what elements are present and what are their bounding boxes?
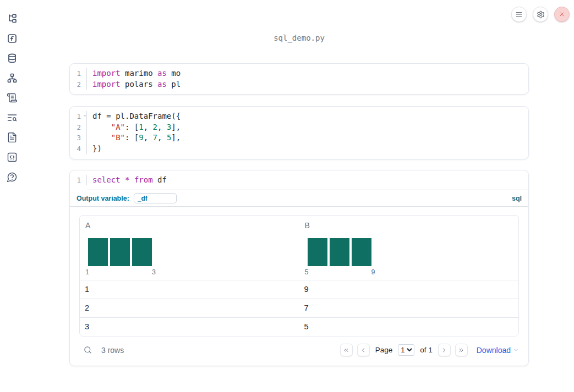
column-histogram — [308, 238, 371, 266]
code-editor[interactable]: 1⌄df = pl.DataFrame({2 "A": [1, 2, 3],3 … — [70, 107, 528, 158]
code-editor[interactable]: 1import marimo as mo2import polars as pl — [70, 64, 528, 94]
histogram-min-label: 5 — [305, 268, 309, 276]
notebook-main: sql_demo.py 1import marimo as mo2import … — [24, 0, 574, 392]
previous-page-button[interactable] — [357, 344, 370, 356]
help-chat-icon[interactable] — [2, 167, 22, 187]
table-header: A 1 3 B 5 9 — [80, 216, 518, 280]
histogram-max-label: 3 — [152, 268, 156, 276]
histogram-axis-labels: 5 9 — [305, 268, 375, 276]
sql-cell[interactable]: 1select * from df Output variable: sql A — [69, 170, 529, 367]
notebook-filename: sql_demo.py — [69, 0, 529, 42]
table-cell: 9 — [299, 280, 519, 299]
row-count: 3 rows — [101, 346, 124, 355]
histogram-bar[interactable] — [132, 238, 152, 266]
line-number: 3 — [70, 132, 87, 143]
variables-icon[interactable] — [2, 29, 22, 48]
language-badge: sql — [512, 195, 522, 202]
line-number: 2 — [70, 79, 87, 90]
code-text: }) — [87, 143, 102, 154]
first-page-button[interactable] — [340, 344, 353, 356]
histogram-bar[interactable] — [330, 238, 349, 266]
logs-search-icon[interactable] — [2, 108, 22, 128]
table-cell: 1 — [80, 280, 299, 299]
line-number: 1 — [70, 175, 87, 186]
download-button[interactable]: Download — [477, 346, 519, 355]
scratchpad-scroll-icon[interactable] — [2, 88, 22, 108]
code-text: import marimo as mo — [87, 68, 181, 79]
table-cell: 2 — [80, 299, 299, 317]
table-row[interactable]: 19 — [80, 280, 518, 299]
table-footer: 3 rows Page — [79, 340, 519, 360]
chevron-right-icon — [441, 347, 447, 354]
table-cell: 5 — [299, 318, 519, 336]
code-line[interactable]: 3 "B": [9, 7, 5], — [70, 132, 528, 143]
download-label: Download — [477, 346, 511, 355]
line-number: 4 — [70, 143, 87, 154]
code-cell-dataframe[interactable]: 1⌄df = pl.DataFrame({2 "A": [1, 2, 3],3 … — [69, 106, 529, 159]
helper-sidebar — [0, 0, 24, 392]
histogram-bar[interactable] — [352, 238, 371, 266]
chevron-left-icon — [360, 347, 367, 354]
code-line[interactable]: 1import marimo as mo — [70, 68, 528, 79]
code-text: import polars as pl — [87, 79, 181, 90]
histogram-bar[interactable] — [88, 238, 108, 266]
output-variable-row: Output variable: sql — [70, 190, 528, 207]
output-variable-input[interactable] — [134, 193, 177, 203]
histogram-axis-labels: 1 3 — [85, 268, 156, 276]
code-text: df = pl.DataFrame({ — [87, 111, 181, 122]
code-text: "A": [1, 2, 3], — [87, 122, 181, 133]
code-text: "B": [9, 7, 5], — [87, 132, 181, 143]
snippets-icon[interactable] — [2, 147, 22, 167]
search-icon — [83, 345, 92, 355]
chevrons-left-icon — [343, 347, 349, 354]
table-row[interactable]: 27 — [80, 299, 518, 317]
code-line[interactable]: 4}) — [70, 143, 528, 154]
table-row[interactable]: 35 — [80, 317, 518, 336]
table-body: 192735 — [80, 280, 518, 336]
code-line[interactable]: 2 "A": [1, 2, 3], — [70, 122, 528, 133]
column-header-b[interactable]: B 5 9 — [299, 216, 519, 280]
code-line[interactable]: 1select * from df — [70, 175, 528, 186]
code-line[interactable]: 1⌄df = pl.DataFrame({ — [70, 111, 528, 122]
histogram-max-label: 9 — [371, 268, 375, 276]
column-header-a[interactable]: A 1 3 — [80, 216, 299, 280]
pagination: Page 1 of 1 — [340, 344, 519, 356]
histogram-bar[interactable] — [308, 238, 327, 266]
code-text: select * from df — [87, 175, 167, 186]
page-select[interactable]: 1 — [398, 344, 414, 356]
last-page-button[interactable] — [455, 344, 468, 356]
page-label: Page — [375, 346, 393, 354]
column-name: A — [85, 220, 294, 231]
cell-output: A 1 3 B 5 9 — [70, 207, 528, 366]
line-number: 2 — [70, 122, 87, 133]
line-number: 1⌄ — [70, 111, 87, 122]
column-histogram — [88, 238, 152, 266]
datasources-icon[interactable] — [2, 48, 22, 68]
dataframe-table: A 1 3 B 5 9 — [79, 215, 519, 336]
next-page-button[interactable] — [438, 344, 451, 356]
documentation-icon[interactable] — [2, 128, 22, 147]
search-button[interactable] — [83, 345, 92, 355]
page-total-label: of 1 — [420, 346, 433, 354]
dependency-graph-icon[interactable] — [2, 68, 22, 88]
histogram-bar[interactable] — [110, 238, 130, 266]
fold-chevron-icon[interactable]: ⌄ — [84, 112, 86, 117]
code-cell-imports[interactable]: 1import marimo as mo2import polars as pl — [69, 63, 529, 95]
column-name: B — [305, 220, 513, 231]
table-cell: 3 — [80, 318, 299, 336]
chevron-down-icon — [513, 347, 519, 353]
output-variable-label: Output variable: — [76, 195, 129, 202]
code-line[interactable]: 2import polars as pl — [70, 79, 528, 90]
sql-editor[interactable]: 1select * from df — [70, 170, 528, 190]
histogram-min-label: 1 — [85, 268, 89, 276]
line-number: 1 — [70, 68, 87, 79]
table-cell: 7 — [299, 299, 519, 317]
chevrons-right-icon — [458, 347, 464, 354]
file-explorer-icon[interactable] — [2, 9, 22, 29]
